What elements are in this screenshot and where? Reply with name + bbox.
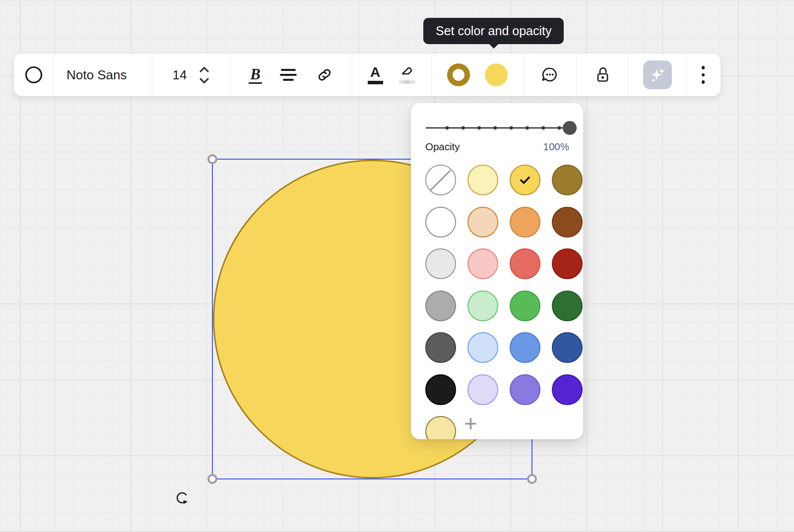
color-swatch-gray[interactable] — [425, 291, 456, 321]
link-icon — [315, 65, 334, 84]
color-swatch-orange[interactable] — [510, 207, 540, 237]
color-swatch-dark-blue[interactable] — [552, 332, 583, 363]
comment-button[interactable] — [540, 65, 560, 85]
color-swatch-light-blue[interactable] — [467, 332, 498, 363]
swatch-cell — [419, 327, 462, 369]
color-swatch-grid: + — [419, 159, 583, 439]
tooltip-text: Set color and opacity — [436, 24, 551, 38]
swatch-cell — [504, 201, 546, 243]
color-swatch-green[interactable] — [510, 291, 540, 321]
swatch-cell — [462, 243, 504, 285]
swatch-cell — [419, 201, 462, 243]
color-swatch-light-yellow[interactable] — [467, 165, 498, 195]
link-button[interactable] — [315, 65, 334, 84]
circle-shape-icon — [24, 65, 44, 85]
swatch-cell — [419, 411, 462, 439]
swatch-cell — [462, 201, 504, 243]
shape-type-button[interactable] — [24, 65, 44, 85]
color-swatch-light-orange[interactable] — [467, 207, 498, 237]
swatch-cell — [546, 201, 583, 243]
color-opacity-panel: Opacity 100% + — [411, 103, 583, 439]
decrease-size-icon[interactable] — [198, 77, 210, 84]
selection-handle-top-left[interactable] — [207, 154, 217, 164]
color-swatch-black[interactable] — [425, 374, 456, 405]
color-swatch-light-purple[interactable] — [467, 374, 498, 405]
color-swatch-blue[interactable] — [510, 332, 540, 363]
fill-color-swatch — [485, 63, 508, 86]
selection-handle-bottom-left[interactable] — [207, 474, 217, 484]
color-swatch-dark-red[interactable] — [552, 248, 583, 279]
color-swatch-no-color[interactable] — [425, 165, 456, 195]
swatch-cell — [546, 369, 583, 411]
lock-button[interactable] — [593, 65, 612, 85]
color-swatch-violet[interactable] — [552, 374, 583, 405]
color-swatch-light-gray[interactable] — [425, 248, 456, 279]
color-swatch-yellow[interactable] — [510, 165, 540, 195]
opacity-value: 100% — [543, 141, 569, 153]
comment-icon — [540, 65, 560, 85]
color-swatch-brown[interactable] — [552, 207, 583, 237]
swatch-cell — [504, 243, 546, 285]
font-name-selector[interactable]: Noto Sans — [66, 67, 127, 83]
swatch-cell — [546, 243, 583, 285]
swatch-cell — [462, 369, 504, 411]
border-color-swatch — [447, 63, 470, 86]
swatch-cell — [462, 285, 504, 327]
opacity-slider-handle[interactable] — [563, 121, 577, 135]
selection-handle-bottom-right[interactable] — [527, 474, 537, 484]
text-color-bar — [368, 81, 383, 84]
color-swatch-pink[interactable] — [467, 248, 498, 279]
swatch-cell — [419, 285, 462, 327]
highlighter-icon — [398, 66, 416, 79]
swatch-cell: + — [462, 411, 504, 439]
font-size-stepper — [198, 66, 210, 84]
fill-color-button[interactable] — [485, 63, 508, 86]
swatch-cell — [504, 369, 546, 411]
swatch-cell — [462, 159, 504, 201]
highlight-color-button[interactable] — [398, 66, 416, 84]
add-color-button[interactable]: + — [462, 411, 504, 439]
color-swatch-light-green[interactable] — [467, 291, 498, 321]
swatch-cell — [419, 243, 462, 285]
rotate-handle[interactable] — [173, 489, 191, 507]
highlight-color-bar — [399, 80, 415, 84]
font-size-value[interactable]: 14 — [173, 67, 187, 83]
swatch-cell — [419, 159, 462, 201]
swatch-cell — [504, 159, 546, 201]
color-swatch-dark-gold[interactable] — [552, 165, 583, 195]
rotate-icon — [173, 489, 191, 507]
tooltip: Set color and opacity — [423, 18, 564, 44]
color-swatch-dark-gray[interactable] — [425, 332, 456, 363]
unlock-icon — [593, 65, 612, 85]
color-swatch-purple[interactable] — [510, 374, 540, 405]
text-color-button[interactable]: A — [368, 65, 383, 84]
selected-check-icon — [519, 174, 531, 186]
color-swatch-white[interactable] — [425, 207, 456, 237]
swatch-cell — [419, 369, 462, 411]
more-menu-icon — [702, 66, 705, 84]
swatch-cell — [546, 159, 583, 201]
opacity-label: Opacity — [425, 141, 460, 153]
swatch-cell — [546, 285, 583, 327]
swatch-cell — [546, 327, 583, 369]
increase-size-icon[interactable] — [198, 66, 210, 73]
sparkles-icon — [649, 66, 666, 84]
more-options-button[interactable] — [702, 66, 705, 84]
swatch-cell — [462, 327, 504, 369]
text-align-button[interactable] — [280, 69, 297, 81]
swatch-cell — [504, 285, 546, 327]
text-color-icon: A — [370, 65, 380, 79]
whiteboard-app: { "tooltip": { "text": "Set color and op… — [0, 0, 794, 532]
swatch-cell — [504, 327, 546, 369]
format-toolbar: Noto Sans 14 B A — [14, 54, 721, 96]
bold-button[interactable]: B — [249, 66, 262, 84]
color-swatch-custom-yellow[interactable] — [425, 416, 456, 439]
bold-icon: B — [249, 66, 262, 84]
align-center-icon — [280, 69, 297, 81]
color-swatch-red[interactable] — [510, 248, 540, 279]
border-color-button[interactable] — [447, 63, 470, 86]
opacity-slider[interactable] — [425, 120, 577, 135]
color-swatch-dark-green[interactable] — [552, 291, 583, 321]
ai-assist-button[interactable] — [643, 60, 672, 89]
